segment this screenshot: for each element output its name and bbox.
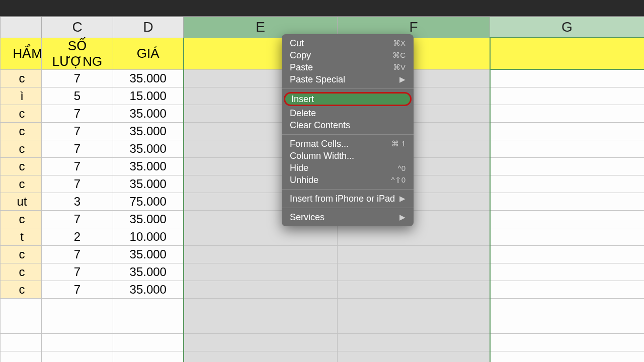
cell-price[interactable]: 35.000 <box>113 69 184 87</box>
cell-e[interactable] <box>184 263 338 281</box>
menu-cut[interactable]: Cut⌘X <box>282 37 414 49</box>
cell[interactable] <box>1 298 42 316</box>
cell-e[interactable] <box>184 281 338 298</box>
cell-g[interactable] <box>490 87 645 105</box>
menu-insert-from-device[interactable]: Insert from iPhone or iPad▶ <box>282 193 414 205</box>
menu-insert[interactable]: Insert <box>284 92 412 106</box>
cell-g[interactable] <box>490 316 645 333</box>
cell-f[interactable] <box>338 245 490 263</box>
menu-delete[interactable]: Delete <box>282 107 414 119</box>
cell-quantity[interactable]: 5 <box>42 87 113 105</box>
cell-quantity[interactable]: 7 <box>42 69 113 87</box>
cell-g[interactable] <box>490 281 645 298</box>
menu-hide[interactable]: Hide^0 <box>282 162 414 174</box>
cell-e[interactable] <box>184 228 338 245</box>
table-row[interactable]: c735.000 <box>1 281 645 298</box>
cell-product[interactable]: c <box>1 281 42 298</box>
cell-price[interactable]: 35.000 <box>113 122 184 140</box>
menu-clear-contents[interactable]: Clear Contents <box>282 119 414 131</box>
cell-g[interactable] <box>490 122 645 140</box>
cell-g[interactable] <box>490 157 645 175</box>
cell-quantity[interactable]: 7 <box>42 105 113 122</box>
cell-price[interactable]: 10.000 <box>113 228 184 245</box>
cell-g[interactable] <box>490 263 645 281</box>
cell-g[interactable] <box>490 245 645 263</box>
cell-f[interactable] <box>338 333 490 351</box>
cell-product[interactable]: c <box>1 105 42 122</box>
cell-product[interactable]: c <box>1 157 42 175</box>
cell-quantity[interactable]: 7 <box>42 281 113 298</box>
cell-g[interactable] <box>490 333 645 351</box>
context-menu[interactable]: Cut⌘X Copy⌘C Paste⌘V Paste Special▶ Inse… <box>282 34 414 226</box>
cell-quantity[interactable]: 2 <box>42 228 113 245</box>
cell[interactable] <box>113 351 184 362</box>
table-row[interactable] <box>1 333 645 351</box>
menu-column-width[interactable]: Column Width... <box>282 150 414 162</box>
cell-g[interactable] <box>490 175 645 193</box>
table-row[interactable]: c735.000 <box>1 263 645 281</box>
cell-e[interactable] <box>184 351 338 362</box>
cell-product[interactable]: c <box>1 263 42 281</box>
cell[interactable] <box>1 351 42 362</box>
cell-g[interactable] <box>490 351 645 362</box>
cell-quantity[interactable]: 7 <box>42 157 113 175</box>
cell-g[interactable] <box>490 193 645 210</box>
cell-g[interactable] <box>490 69 645 87</box>
col-header-g[interactable]: G <box>490 17 645 38</box>
cell-product[interactable]: c <box>1 122 42 140</box>
cell-f[interactable] <box>338 316 490 333</box>
cell[interactable] <box>42 298 113 316</box>
cell-e[interactable] <box>184 245 338 263</box>
cell-quantity[interactable]: 7 <box>42 122 113 140</box>
table-row[interactable]: t210.000 <box>1 228 645 245</box>
cell-e[interactable] <box>184 333 338 351</box>
cell-f[interactable] <box>338 281 490 298</box>
menu-format-cells[interactable]: Format Cells...⌘ 1 <box>282 138 414 150</box>
cell-price[interactable]: 35.000 <box>113 175 184 193</box>
cell-price[interactable]: 35.000 <box>113 140 184 157</box>
cell-quantity[interactable]: 7 <box>42 263 113 281</box>
table-row[interactable] <box>1 316 645 333</box>
cell-product[interactable]: c <box>1 140 42 157</box>
cell-price[interactable]: 35.000 <box>113 105 184 122</box>
cell-g[interactable] <box>490 298 645 316</box>
cell[interactable] <box>42 351 113 362</box>
cell[interactable] <box>42 333 113 351</box>
cell-e[interactable] <box>184 316 338 333</box>
cell-product[interactable]: c <box>1 175 42 193</box>
cell-price[interactable]: 35.000 <box>113 245 184 263</box>
table-row[interactable] <box>1 298 645 316</box>
cell[interactable] <box>1 333 42 351</box>
cell-f[interactable] <box>338 351 490 362</box>
cell-product[interactable]: t <box>1 228 42 245</box>
col-header-b[interactable] <box>1 17 42 38</box>
cell[interactable] <box>1 316 42 333</box>
cell-g[interactable] <box>490 105 645 122</box>
cell-f[interactable] <box>338 228 490 245</box>
cell-product[interactable]: c <box>1 245 42 263</box>
cell[interactable] <box>113 316 184 333</box>
table-row[interactable]: c735.000 <box>1 245 645 263</box>
cell-quantity[interactable]: 7 <box>42 175 113 193</box>
cell-price[interactable]: 35.000 <box>113 263 184 281</box>
cell-quantity[interactable]: 7 <box>42 210 113 228</box>
cell-product[interactable]: ut <box>1 193 42 210</box>
table-row[interactable] <box>1 351 645 362</box>
cell-quantity[interactable]: 3 <box>42 193 113 210</box>
cell-price[interactable]: 35.000 <box>113 210 184 228</box>
menu-services[interactable]: Services▶ <box>282 211 414 223</box>
cell-g[interactable] <box>490 140 645 157</box>
col-header-d[interactable]: D <box>113 17 184 38</box>
cell-g[interactable] <box>490 228 645 245</box>
cell[interactable] <box>113 298 184 316</box>
cell-product[interactable]: ì <box>1 87 42 105</box>
cell[interactable] <box>42 316 113 333</box>
cell-price[interactable]: 15.000 <box>113 87 184 105</box>
cell-price[interactable]: 35.000 <box>113 281 184 298</box>
cell-f[interactable] <box>338 263 490 281</box>
menu-paste[interactable]: Paste⌘V <box>282 61 414 73</box>
cell-product[interactable]: c <box>1 210 42 228</box>
cell[interactable] <box>113 333 184 351</box>
menu-copy[interactable]: Copy⌘C <box>282 49 414 61</box>
menu-unhide[interactable]: Unhide^⇧0 <box>282 174 414 186</box>
